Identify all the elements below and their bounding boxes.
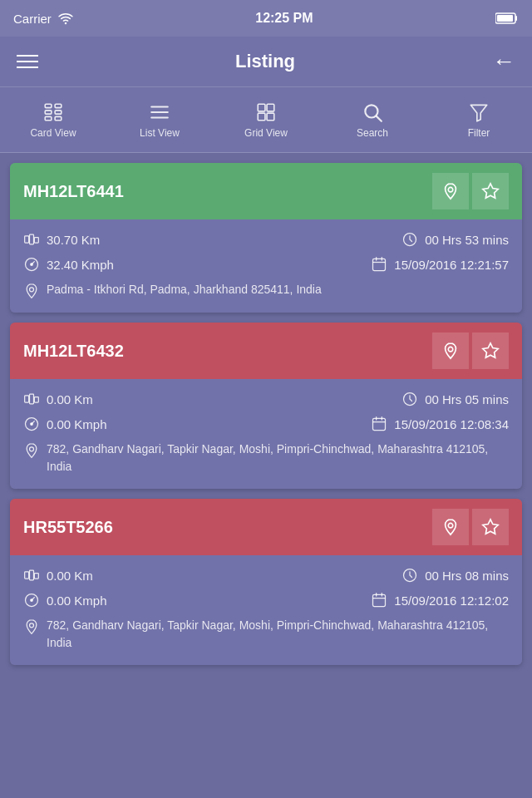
address-2: 782, Gandharv Nagari, Tapkir Nagar, Mosh… <box>23 441 509 475</box>
toolbar-grid-view[interactable]: Grid View <box>233 101 299 139</box>
location-btn-1[interactable] <box>432 173 469 209</box>
datetime-field-3: 15/09/2016 12:12:02 <box>371 592 509 608</box>
datetime-value-2: 15/09/2016 12:08:34 <box>394 417 509 431</box>
battery-icon <box>495 12 519 24</box>
card-body-3: 0.00 Km 00 Hrs 08 mins <box>10 555 522 665</box>
distance-value-2: 0.00 Km <box>47 392 93 406</box>
card-actions-2 <box>432 332 509 369</box>
svg-rect-16 <box>267 113 274 121</box>
card-row-1a: 30.70 Km 00 Hrs 53 mins <box>23 231 509 248</box>
carrier-text: Carrier <box>13 12 52 26</box>
card-row-1b: 32.40 Kmph 15/09/2016 12:21:57 <box>23 256 509 273</box>
toolbar-search[interactable]: Search <box>339 101 406 139</box>
toolbar-card-view[interactable]: Card View <box>20 101 86 139</box>
distance-icon-3 <box>23 567 40 584</box>
svg-rect-13 <box>258 104 265 111</box>
speed-value-2: 0.00 Kmph <box>47 417 107 431</box>
svg-rect-6 <box>45 116 52 120</box>
svg-point-53 <box>31 599 33 602</box>
svg-rect-8 <box>55 110 62 113</box>
card-actions-1 <box>432 173 509 209</box>
distance-value-3: 0.00 Km <box>47 569 93 583</box>
duration-field-1: 00 Hrs 53 mins <box>401 231 509 248</box>
distance-icon-1 <box>23 231 40 248</box>
address-icon-1 <box>23 283 40 299</box>
status-bar: Carrier 12:25 PM <box>0 0 532 37</box>
address-1: Padma - Itkhori Rd, Padma, Jharkhand 825… <box>23 281 509 299</box>
list-view-label: List View <box>140 127 180 139</box>
svg-point-27 <box>31 264 33 266</box>
speed-icon-1 <box>23 256 40 273</box>
location-btn-2[interactable] <box>432 332 469 369</box>
address-text-2: 782, Gandharv Nagari, Tapkir Nagar, Mosh… <box>47 441 509 475</box>
location-icon-3 <box>441 518 460 536</box>
card-header-1: MH12LT6441 <box>10 163 522 219</box>
nav-bar: Listing ← <box>0 37 532 86</box>
hamburger-menu[interactable] <box>17 55 38 68</box>
svg-point-33 <box>448 347 453 352</box>
svg-rect-50 <box>34 574 38 579</box>
favorite-btn-3[interactable] <box>472 509 509 545</box>
search-label: Search <box>357 127 388 139</box>
location-icon-1 <box>441 182 460 200</box>
star-icon-1 <box>481 182 500 200</box>
location-btn-3[interactable] <box>432 509 469 545</box>
svg-rect-14 <box>267 104 274 111</box>
svg-rect-2 <box>497 15 513 22</box>
address-icon-3 <box>23 618 40 635</box>
duration-icon-3 <box>401 567 418 584</box>
distance-value-1: 30.70 Km <box>47 233 100 247</box>
svg-point-58 <box>30 623 34 628</box>
svg-point-20 <box>448 187 453 192</box>
location-icon-2 <box>441 342 460 360</box>
card-view-label: Card View <box>30 127 76 139</box>
address-text-1: Padma - Itkhori Rd, Padma, Jharkhand 825… <box>47 281 322 298</box>
duration-field-2: 00 Hrs 05 mins <box>401 391 509 407</box>
svg-point-32 <box>30 288 34 292</box>
status-left: Carrier <box>13 11 73 26</box>
card-actions-3 <box>432 509 509 545</box>
svg-rect-23 <box>30 234 34 244</box>
card-row-3b: 0.00 Kmph 15/09/2016 12:12:02 <box>23 592 509 608</box>
address-icon-2 <box>23 442 40 459</box>
svg-rect-41 <box>373 418 386 430</box>
svg-rect-35 <box>25 396 29 402</box>
svg-rect-9 <box>55 116 62 120</box>
vehicle-card-1: MH12LT6441 <box>10 163 522 313</box>
search-icon <box>362 101 383 123</box>
back-button[interactable]: ← <box>492 48 515 75</box>
toolbar-filter[interactable]: Filter <box>446 101 512 139</box>
duration-field-3: 00 Hrs 08 mins <box>401 567 509 584</box>
svg-rect-24 <box>34 238 38 244</box>
speed-value-1: 32.40 Kmph <box>47 258 114 272</box>
favorite-btn-2[interactable] <box>472 332 509 369</box>
star-icon-2 <box>481 342 500 360</box>
toolbar-list-view[interactable]: List View <box>126 101 193 139</box>
favorite-btn-1[interactable] <box>472 173 509 209</box>
plate-number-2: MH12LT6432 <box>23 342 124 361</box>
grid-view-icon <box>255 101 277 123</box>
speed-icon-2 <box>23 416 40 432</box>
datetime-icon-3 <box>371 592 387 608</box>
svg-point-46 <box>448 523 453 528</box>
speed-field-2: 0.00 Kmph <box>23 416 107 432</box>
card-body-2: 0.00 Km 00 Hrs 05 mins <box>10 379 522 489</box>
duration-value-2: 00 Hrs 05 mins <box>425 392 509 406</box>
filter-icon <box>468 101 490 123</box>
card-row-2b: 0.00 Kmph 15/09/2016 12:08:34 <box>23 416 509 432</box>
page-title: Listing <box>235 51 295 72</box>
svg-marker-34 <box>483 343 498 357</box>
vehicle-card-3: HR55T5266 <box>10 499 522 665</box>
card-list: MH12LT6441 <box>0 153 532 675</box>
card-header-2: MH12LT6432 <box>10 323 522 379</box>
list-view-icon <box>149 101 170 123</box>
speed-value-3: 0.00 Kmph <box>47 594 107 608</box>
wifi-icon <box>58 11 73 26</box>
svg-rect-5 <box>45 110 52 113</box>
svg-rect-36 <box>30 394 34 404</box>
svg-rect-37 <box>34 397 38 403</box>
datetime-field-2: 15/09/2016 12:08:34 <box>371 416 509 432</box>
duration-value-1: 00 Hrs 53 mins <box>425 233 509 247</box>
speed-field-1: 32.40 Kmph <box>23 256 114 273</box>
svg-point-40 <box>31 423 33 426</box>
